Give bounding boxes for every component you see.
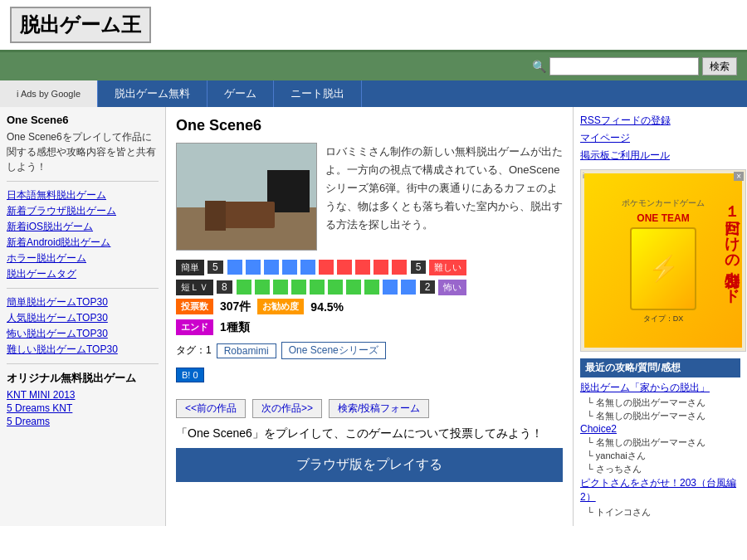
bar-green-6 — [328, 280, 343, 295]
search-button[interactable]: 検索 — [702, 57, 737, 75]
sidebar-ranking-1[interactable]: 簡単脱出ゲームTOP30 — [7, 295, 159, 309]
article-title: One Scene6 — [176, 117, 563, 134]
bar-green-7 — [346, 280, 361, 295]
bar-red-4 — [374, 260, 388, 275]
easy-val: 5 — [208, 261, 223, 274]
left-sidebar: One Scene6 One Scene6をプレイして作品に関する感想や攻略内容… — [0, 107, 166, 526]
vote-row: 投票数 307件 お勧め度 94.5% — [176, 299, 563, 314]
end-label: エンド — [176, 319, 213, 335]
bar-green-2 — [255, 280, 270, 295]
bar-blue-4 — [282, 260, 297, 275]
end-count: 1種類 — [220, 320, 250, 335]
tags-row: タグ：1 Robamimi One Sceneシリーズ — [176, 342, 563, 359]
main-nav: i Ads by Google 脱出ゲーム無料 ゲーム ニート脱出 — [0, 80, 747, 107]
ad-main-text: ONE TEAM — [637, 212, 689, 224]
easy-label: 簡単 — [176, 260, 204, 275]
scary-label: 怖い — [438, 280, 466, 295]
nav-item-neet[interactable]: ニート脱出 — [274, 80, 362, 107]
ending-row: エンド 1種類 — [176, 319, 563, 335]
main-layout: One Scene6 One Scene6をプレイして作品に関する感想や攻略内容… — [0, 107, 747, 526]
recent-user-1-1: 名無しの脱出ゲーマーさん — [580, 397, 740, 409]
article-image — [176, 143, 317, 251]
search-form-link[interactable]: 検索/投稿フォーム — [329, 399, 429, 418]
ad-box: i × ポケモンカードゲーム ONE TEAM ⚡ タイプ：DX １回だけの特別… — [580, 169, 746, 352]
sidebar-original-3[interactable]: 5 Dreams — [7, 416, 159, 427]
sidebar-link-6[interactable]: 脱出ゲームタグ — [7, 267, 159, 281]
bar-red-1 — [319, 260, 334, 275]
sidebar-original-title: オリジナル無料脱出ゲーム — [7, 371, 159, 386]
length-label: 短ＬＶ — [176, 280, 213, 295]
length-bars — [236, 279, 417, 295]
recent-user-2-1: 名無しの脱出ゲーマーさん — [580, 436, 740, 449]
mypage-link[interactable]: マイページ — [580, 131, 740, 145]
bar-red-3 — [355, 260, 370, 275]
sidebar-link-2[interactable]: 新着ブラウザ脱出ゲーム — [7, 204, 159, 218]
prev-link[interactable]: <<前の作品 — [176, 399, 246, 418]
search-input[interactable] — [549, 57, 699, 75]
rss-link[interactable]: RSSフィードの登録 — [580, 114, 740, 128]
sidebar-divider-3 — [7, 363, 159, 364]
ad-close-button[interactable]: × — [734, 172, 744, 181]
tag-prefix: タグ：1 — [176, 343, 212, 358]
recommend-label: お勧め度 — [257, 299, 304, 314]
sidebar-link-3[interactable]: 新着iOS脱出ゲーム — [7, 220, 159, 234]
article-nav-links: <<前の作品 次の作品>> 検索/投稿フォーム — [176, 399, 563, 418]
bar-green-4 — [291, 280, 306, 295]
bar-blue-s1 — [383, 280, 398, 295]
recent-user-1-2: 名無しの脱出ゲーマーさん — [580, 410, 740, 422]
main-content: One Scene6 ロバミミさん制作の新しい無料脱出ゲームが出たよ。一方向の視… — [166, 107, 573, 526]
hard-label: 難しい — [429, 260, 466, 275]
sidebar-section-title: One Scene6 — [7, 114, 159, 126]
hard-val: 5 — [411, 261, 427, 274]
nav-label-neet: ニート脱出 — [290, 86, 344, 101]
sidebar-original-1[interactable]: KNT MINI 2013 — [7, 389, 159, 401]
sidebar-divider-2 — [7, 288, 159, 289]
card-image: ⚡ — [630, 227, 696, 310]
rules-link[interactable]: 掲示板ご利用ルール — [580, 149, 740, 163]
sidebar-link-5[interactable]: ホラー脱出ゲーム — [7, 251, 159, 265]
bar-green-8 — [364, 280, 379, 295]
nav-item-games[interactable]: ゲーム — [208, 80, 274, 107]
recent-game-3[interactable]: ピクトさんをさがせ！203（台風編2） — [580, 476, 740, 504]
play-button[interactable]: ブラウザ版をプレイする — [176, 448, 563, 482]
easy-bars — [227, 259, 408, 275]
bar-green-3 — [273, 280, 288, 295]
scary-val: 2 — [420, 280, 436, 294]
sidebar-link-1[interactable]: 日本語無料脱出ゲーム — [7, 188, 159, 202]
right-sidebar: RSSフィードの登録 マイページ 掲示板ご利用ルール i × ポケモンカードゲー… — [573, 107, 747, 526]
sidebar-section-text: One Scene6をプレイして作品に関する感想や攻略内容を皆と共有しよう！ — [7, 129, 159, 174]
bar-blue-s2 — [401, 280, 416, 295]
ad-label: i — [583, 172, 584, 180]
recommend-pct: 94.5% — [310, 300, 344, 314]
bar-green-1 — [237, 280, 251, 295]
sidebar-ranking-2[interactable]: 人気脱出ゲームTOP30 — [7, 311, 159, 325]
sidebar-ranking-4[interactable]: 難しい脱出ゲームTOP30 — [7, 343, 159, 357]
pokemon-ad: ポケモンカードゲーム ONE TEAM ⚡ タイプ：DX １回だけの特別カード — [584, 173, 742, 348]
play-header: 「One Scene6」をプレイして、このゲームについて投票してみよう！ — [176, 426, 563, 441]
ad-sub-text-1: ポケモンカードゲーム — [622, 197, 705, 209]
tag-robamimi[interactable]: Robamimi — [217, 343, 276, 358]
bar-blue-1 — [227, 260, 242, 275]
bar-blue-3 — [264, 260, 279, 275]
sidebar-original-2[interactable]: 5 Dreams KNT — [7, 402, 159, 414]
sidebar-divider-1 — [7, 181, 159, 182]
search-bar: 🔍 検索 — [0, 52, 747, 80]
recent-game-2[interactable]: Choice2 — [580, 423, 740, 435]
site-title: 脱出ゲーム王 — [10, 7, 151, 43]
article-text: ロバミミさん制作の新しい無料脱出ゲームが出たよ。一方向の視点で構成されている、O… — [325, 143, 563, 251]
nav-item-ads[interactable]: i Ads by Google — [0, 80, 98, 107]
next-link[interactable]: 次の作品>> — [252, 399, 322, 418]
search-icon: 🔍 — [532, 60, 546, 73]
bar-red-2 — [337, 260, 352, 275]
room-chair — [205, 201, 226, 231]
article-body: ロバミミさん制作の新しい無料脱出ゲームが出たよ。一方向の視点で構成されている、O… — [176, 143, 563, 251]
bar-green-5 — [310, 280, 325, 295]
tag-onescene[interactable]: One Sceneシリーズ — [281, 342, 386, 359]
ad-vertical-text: １回だけの特別カード — [722, 195, 742, 295]
nav-item-free[interactable]: 脱出ゲーム無料 — [98, 80, 208, 107]
sidebar-link-4[interactable]: 新着Android脱出ゲーム — [7, 236, 159, 250]
bookmark-button[interactable]: B! 0 — [176, 368, 204, 382]
recent-game-1[interactable]: 脱出ゲーム「家からの脱出」 — [580, 381, 740, 395]
vote-count: 307件 — [220, 299, 251, 314]
sidebar-ranking-3[interactable]: 怖い脱出ゲームTOP30 — [7, 327, 159, 341]
